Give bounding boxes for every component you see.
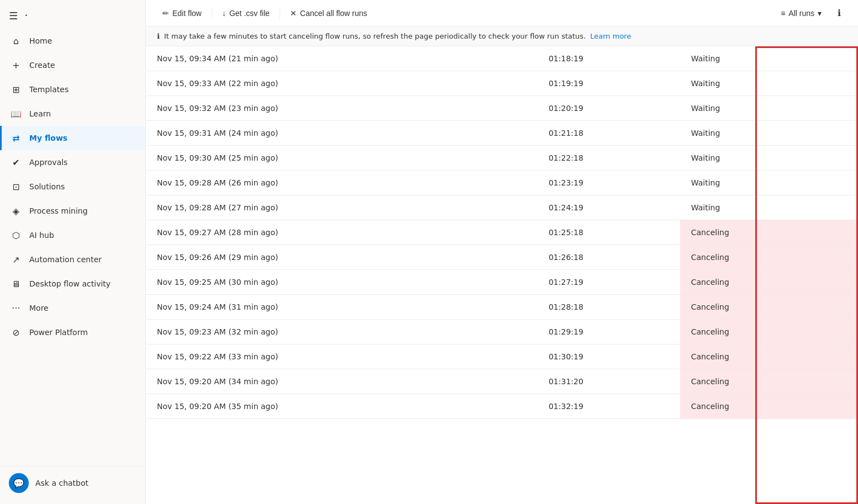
sidebar-item-label-home: Home (29, 36, 52, 45)
table-row[interactable]: Nov 15, 09:25 AM (30 min ago)01:27:19Can… (146, 270, 858, 295)
notice-text: It may take a few minutes to start cance… (164, 32, 586, 40)
row-status-1: Waiting (680, 71, 858, 96)
table-row[interactable]: Nov 15, 09:20 AM (34 min ago)01:31:20Can… (146, 369, 858, 394)
power-platform-icon: ⊘ (10, 327, 22, 338)
notice-bar: ℹ It may take a few minutes to start can… (146, 26, 858, 46)
row-status-8: Canceling (680, 245, 858, 270)
solutions-icon: ⊡ (10, 181, 22, 192)
row-status-9: Canceling (680, 270, 858, 295)
row-duration-8: 01:26:18 (538, 245, 680, 270)
sidebar-nav: ⌂Home+Create⊞Templates📖Learn⇄My flows✔Ap… (0, 29, 145, 466)
toolbar-separator-2 (280, 8, 280, 19)
row-duration-5: 01:23:19 (538, 171, 680, 195)
row-duration-10: 01:28:18 (538, 295, 680, 320)
table-row[interactable]: Nov 15, 09:33 AM (22 min ago)01:19:19Wai… (146, 71, 858, 96)
sidebar-item-process-mining[interactable]: ◈Process mining (0, 199, 145, 223)
row-status-10: Canceling (680, 295, 858, 320)
sidebar-item-label-more: More (29, 304, 49, 312)
sidebar-item-desktop-flow-activity[interactable]: 🖥Desktop flow activity (0, 272, 145, 296)
status-badge: Canceling (691, 352, 729, 361)
toolbar-right: ≡ All runs ▾ ℹ (775, 6, 847, 21)
all-runs-button[interactable]: ≡ All runs ▾ (775, 6, 827, 21)
table-row[interactable]: Nov 15, 09:20 AM (35 min ago)01:32:19Can… (146, 394, 858, 419)
sidebar-item-templates[interactable]: ⊞Templates (0, 77, 145, 102)
sidebar-item-power-platform[interactable]: ⊘Power Platform (0, 320, 145, 344)
info-icon: ℹ (838, 8, 841, 18)
main-content: ✏ Edit flow ↓ Get .csv file ✕ Cancel all… (146, 0, 858, 504)
sidebar-item-automation-center[interactable]: ↗Automation center (0, 247, 145, 272)
row-status-5: Waiting (680, 171, 858, 195)
learn-more-link[interactable]: Learn more (590, 32, 631, 40)
toolbar: ✏ Edit flow ↓ Get .csv file ✕ Cancel all… (146, 0, 858, 26)
row-date-10: Nov 15, 09:24 AM (31 min ago) (146, 295, 538, 320)
table-row[interactable]: Nov 15, 09:23 AM (32 min ago)01:29:19Can… (146, 320, 858, 344)
download-icon: ↓ (222, 9, 226, 18)
power-platform-label: Power Platform (29, 328, 88, 337)
table-row[interactable]: Nov 15, 09:31 AM (24 min ago)01:21:18Wai… (146, 121, 858, 146)
sidebar-item-my-flows[interactable]: ⇄My flows (0, 126, 145, 150)
sidebar-item-label-learn: Learn (29, 109, 51, 118)
status-badge: Canceling (691, 303, 729, 311)
chatbot-icon: 💬 (13, 478, 24, 489)
table-row[interactable]: Nov 15, 09:24 AM (31 min ago)01:28:18Can… (146, 295, 858, 320)
table-row[interactable]: Nov 15, 09:34 AM (21 min ago)01:18:19Wai… (146, 46, 858, 71)
sidebar-item-more[interactable]: ···More (0, 296, 145, 320)
status-badge: Canceling (691, 402, 729, 411)
row-date-9: Nov 15, 09:25 AM (30 min ago) (146, 270, 538, 295)
sidebar-item-approvals[interactable]: ✔Approvals (0, 150, 145, 174)
home-icon: ⌂ (10, 35, 22, 46)
row-date-1: Nov 15, 09:33 AM (22 min ago) (146, 71, 538, 96)
status-badge: Waiting (691, 79, 720, 88)
table-row[interactable]: Nov 15, 09:30 AM (25 min ago)01:22:18Wai… (146, 146, 858, 171)
row-duration-13: 01:31:20 (538, 369, 680, 394)
hamburger-menu-icon[interactable]: ☰ (9, 10, 18, 22)
row-duration-1: 01:19:19 (538, 71, 680, 96)
sidebar-item-create[interactable]: +Create (0, 53, 145, 77)
sidebar-item-learn[interactable]: 📖Learn (0, 102, 145, 126)
table-row[interactable]: Nov 15, 09:28 AM (27 min ago)01:24:19Wai… (146, 195, 858, 220)
table-row[interactable]: Nov 15, 09:22 AM (33 min ago)01:30:19Can… (146, 344, 858, 369)
status-badge: Canceling (691, 228, 729, 237)
table-container: Nov 15, 09:34 AM (21 min ago)01:18:19Wai… (146, 46, 858, 504)
row-date-12: Nov 15, 09:22 AM (33 min ago) (146, 344, 538, 369)
sidebar-item-label-automation-center: Automation center (29, 255, 102, 264)
ai-hub-icon: ⬡ (10, 230, 22, 241)
table-row[interactable]: Nov 15, 09:26 AM (29 min ago)01:26:18Can… (146, 245, 858, 270)
process-mining-icon: ◈ (10, 205, 22, 216)
row-date-11: Nov 15, 09:23 AM (32 min ago) (146, 320, 538, 344)
sidebar-item-home[interactable]: ⌂Home (0, 29, 145, 53)
table-row[interactable]: Nov 15, 09:28 AM (26 min ago)01:23:19Wai… (146, 171, 858, 195)
row-duration-14: 01:32:19 (538, 394, 680, 419)
status-badge: Waiting (691, 153, 720, 162)
chevron-down-icon: ▾ (818, 9, 822, 18)
row-status-3: Waiting (680, 121, 858, 146)
row-status-2: Waiting (680, 96, 858, 121)
sidebar-item-ai-hub[interactable]: ⬡AI hub (0, 223, 145, 247)
edit-flow-button[interactable]: ✏ Edit flow (157, 6, 207, 21)
sidebar-item-solutions[interactable]: ⊡Solutions (0, 174, 145, 199)
table-row[interactable]: Nov 15, 09:27 AM (28 min ago)01:25:18Can… (146, 220, 858, 245)
get-csv-button[interactable]: ↓ Get .csv file (217, 6, 275, 21)
row-date-14: Nov 15, 09:20 AM (35 min ago) (146, 394, 538, 419)
cancel-icon: ✕ (290, 9, 297, 18)
table-row[interactable]: Nov 15, 09:32 AM (23 min ago)01:20:19Wai… (146, 96, 858, 121)
row-duration-0: 01:18:19 (538, 46, 680, 71)
row-duration-3: 01:21:18 (538, 121, 680, 146)
ask-chatbot-label[interactable]: Ask a chatbot (35, 479, 88, 487)
row-date-2: Nov 15, 09:32 AM (23 min ago) (146, 96, 538, 121)
sidebar-dot: · (24, 9, 28, 22)
get-csv-label: Get .csv file (229, 9, 270, 18)
cancel-all-runs-button[interactable]: ✕ Cancel all flow runs (285, 6, 372, 21)
info-button[interactable]: ℹ (831, 6, 847, 21)
row-status-4: Waiting (680, 146, 858, 171)
approvals-icon: ✔ (10, 157, 22, 168)
sidebar-item-label-templates: Templates (29, 85, 69, 94)
sidebar-item-label-my-flows: My flows (29, 134, 67, 142)
sidebar-header: ☰ · (0, 4, 145, 26)
sidebar-item-label-ai-hub: AI hub (29, 231, 54, 240)
create-icon: + (10, 60, 22, 71)
row-duration-6: 01:24:19 (538, 195, 680, 220)
more-icon: ··· (10, 303, 22, 314)
learn-icon: 📖 (10, 108, 22, 119)
row-date-5: Nov 15, 09:28 AM (26 min ago) (146, 171, 538, 195)
